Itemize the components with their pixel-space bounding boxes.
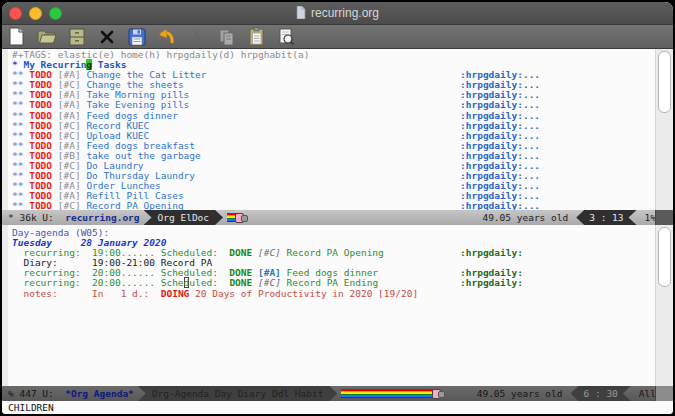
- modeline-modes-2[interactable]: Org-Agenda Day Diary Ddl Habit: [138, 386, 338, 401]
- text-segment: DOING: [161, 288, 195, 299]
- buffer-line[interactable]: ** TODO [#C] Record PA Opening:hrpgdaily…: [8, 201, 651, 210]
- text-segment: notes: In 1 d.:: [12, 288, 161, 299]
- text-segment: TODO: [29, 200, 58, 210]
- modeline-position: 3 : 13: [576, 210, 636, 225]
- text-segment: :hrpgdaily:: [460, 278, 523, 288]
- window-title: recurring.org: [311, 6, 379, 20]
- text-segment: DONE: [229, 247, 258, 258]
- new-file-icon[interactable]: [6, 27, 27, 47]
- paste-icon[interactable]: [246, 27, 267, 47]
- scrollbar-track-bottom[interactable]: [655, 225, 673, 386]
- search-icon[interactable]: [276, 27, 297, 47]
- agenda-buffer-window[interactable]: Day-agenda (W05):Tuesday 28 January 2020…: [2, 225, 673, 386]
- titlebar[interactable]: recurring.org: [2, 2, 673, 25]
- nyan-cat-icon-2: [341, 389, 445, 399]
- scrollbar-thumb-bottom[interactable]: [658, 227, 671, 287]
- text-segment: :hrpgdaily:: [460, 248, 523, 258]
- echo-message: CHILDREN: [8, 402, 54, 413]
- modeline-end-block: [655, 210, 673, 225]
- save-icon[interactable]: [126, 27, 147, 47]
- text-segment: [#C]: [258, 247, 287, 258]
- echo-area[interactable]: CHILDREN: [2, 401, 673, 414]
- text-segment: Record PA Opening: [86, 200, 183, 210]
- modeline-age: 49.05 years old: [482, 212, 568, 223]
- modeline-status-2: % 447 U:: [2, 388, 65, 399]
- org-buffer-window[interactable]: #+TAGS: elastic(e) home(h) hrpgdaily(d) …: [2, 49, 673, 210]
- cut-icon[interactable]: [186, 27, 207, 47]
- text-segment: :hrpgdaily:...: [460, 201, 540, 210]
- modeline-buffer-name-2[interactable]: *Org Agenda*: [65, 388, 134, 399]
- nyan-cat-icon: [227, 213, 248, 223]
- open-folder-icon[interactable]: [36, 27, 57, 47]
- dired-icon[interactable]: [66, 27, 87, 47]
- text-segment: **: [12, 200, 29, 210]
- scrollbar-thumb-top[interactable]: [658, 51, 671, 113]
- text-segment: Record PA Opening: [287, 247, 384, 258]
- buffer-line[interactable]: notes: In 1 d.: DOING 20 Days of Product…: [8, 289, 651, 299]
- document-icon: [296, 4, 306, 23]
- modeline-percent-2: All: [639, 388, 656, 399]
- text-segment: [#C]: [58, 200, 87, 210]
- text-segment: 20 Days of Productivity in 2020 [19/20]: [195, 288, 418, 299]
- agenda-buffer-lines: Day-agenda (W05):Tuesday 28 January 2020…: [8, 228, 651, 299]
- undo-icon[interactable]: [156, 27, 177, 47]
- org-buffer-lines: #+TAGS: elastic(e) home(h) hrpgdaily(d) …: [8, 50, 651, 210]
- modeline-agenda: % 447 U: *Org Agenda* Org-Agenda Day Dia…: [2, 386, 673, 401]
- modeline-position-2: 6 : 30: [571, 386, 631, 401]
- modeline-age-2: 49.05 years old: [477, 388, 563, 399]
- modeline-org-buffer: * 36k U: recurring.org Org ElDoc 49.05 y…: [2, 210, 673, 225]
- copy-icon[interactable]: [216, 27, 237, 47]
- modeline-buffer-name[interactable]: recurring.org: [65, 212, 139, 223]
- toolbar: [2, 25, 673, 49]
- modeline-status: * 36k U:: [2, 212, 65, 223]
- scrollbar-track-top[interactable]: [655, 49, 673, 210]
- modeline-end-block-2: [655, 386, 673, 401]
- close-buffer-icon[interactable]: [96, 27, 117, 47]
- emacs-window: recurring.org: [0, 0, 675, 416]
- modeline-modes[interactable]: Org ElDoc: [144, 210, 223, 225]
